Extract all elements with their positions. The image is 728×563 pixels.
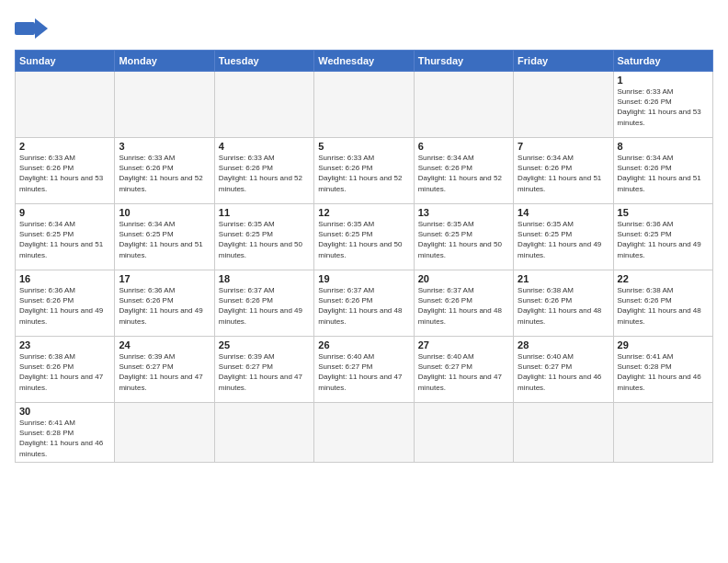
calendar-cell: 15Sunrise: 6:36 AMSunset: 6:25 PMDayligh… <box>613 204 712 270</box>
day-number: 27 <box>418 339 509 350</box>
calendar-header-row: SundayMondayTuesdayWednesdayThursdayFrid… <box>16 51 713 72</box>
calendar-week-row: 9Sunrise: 6:34 AMSunset: 6:25 PMDaylight… <box>16 204 713 270</box>
day-number: 23 <box>19 339 110 350</box>
day-number: 16 <box>19 273 110 284</box>
calendar-cell <box>314 403 414 463</box>
day-info: Sunrise: 6:34 AMSunset: 6:25 PMDaylight:… <box>19 219 110 260</box>
calendar-cell: 4Sunrise: 6:33 AMSunset: 6:26 PMDaylight… <box>214 138 313 204</box>
calendar-cell: 3Sunrise: 6:33 AMSunset: 6:26 PMDaylight… <box>115 138 214 204</box>
calendar-cell: 26Sunrise: 6:40 AMSunset: 6:27 PMDayligh… <box>314 337 414 403</box>
svg-marker-1 <box>35 18 48 39</box>
day-info: Sunrise: 6:39 AMSunset: 6:27 PMDaylight:… <box>219 351 310 393</box>
day-number: 25 <box>219 339 310 350</box>
day-info: Sunrise: 6:33 AMSunset: 6:26 PMDaylight:… <box>318 153 409 194</box>
day-number: 3 <box>119 141 210 152</box>
calendar-cell <box>214 403 313 463</box>
day-info: Sunrise: 6:33 AMSunset: 6:26 PMDaylight:… <box>19 153 110 194</box>
calendar-cell: 17Sunrise: 6:36 AMSunset: 6:26 PMDayligh… <box>115 270 214 337</box>
day-info: Sunrise: 6:40 AMSunset: 6:27 PMDaylight:… <box>418 351 509 393</box>
day-number: 5 <box>318 141 409 152</box>
calendar-cell: 12Sunrise: 6:35 AMSunset: 6:25 PMDayligh… <box>314 204 414 270</box>
calendar-cell: 20Sunrise: 6:37 AMSunset: 6:26 PMDayligh… <box>414 270 513 337</box>
day-number: 22 <box>618 273 709 284</box>
logo <box>15 15 51 42</box>
day-info: Sunrise: 6:40 AMSunset: 6:27 PMDaylight:… <box>318 351 409 393</box>
calendar-cell: 27Sunrise: 6:40 AMSunset: 6:27 PMDayligh… <box>414 337 513 403</box>
day-info: Sunrise: 6:38 AMSunset: 6:26 PMDaylight:… <box>518 285 609 327</box>
calendar-week-row: 30Sunrise: 6:41 AMSunset: 6:28 PMDayligh… <box>16 403 713 463</box>
header <box>15 15 713 42</box>
day-info: Sunrise: 6:36 AMSunset: 6:26 PMDaylight:… <box>119 285 210 327</box>
day-info: Sunrise: 6:33 AMSunset: 6:26 PMDaylight:… <box>219 153 310 194</box>
calendar-cell <box>414 72 513 138</box>
day-info: Sunrise: 6:35 AMSunset: 6:25 PMDaylight:… <box>219 219 310 260</box>
day-info: Sunrise: 6:37 AMSunset: 6:26 PMDaylight:… <box>418 285 509 327</box>
calendar-cell <box>115 403 214 463</box>
day-info: Sunrise: 6:41 AMSunset: 6:28 PMDaylight:… <box>19 418 110 459</box>
calendar-cell: 16Sunrise: 6:36 AMSunset: 6:26 PMDayligh… <box>16 270 115 337</box>
header-day-thursday: Thursday <box>414 51 513 72</box>
day-info: Sunrise: 6:36 AMSunset: 6:25 PMDaylight:… <box>618 219 709 260</box>
header-day-wednesday: Wednesday <box>314 51 414 72</box>
calendar-week-row: 23Sunrise: 6:38 AMSunset: 6:26 PMDayligh… <box>16 337 713 403</box>
day-number: 21 <box>518 273 609 284</box>
day-number: 30 <box>19 406 110 417</box>
calendar-week-row: 1Sunrise: 6:33 AMSunset: 6:26 PMDaylight… <box>16 72 713 138</box>
page: SundayMondayTuesdayWednesdayThursdayFrid… <box>0 0 728 563</box>
header-day-monday: Monday <box>115 51 214 72</box>
calendar-cell: 29Sunrise: 6:41 AMSunset: 6:28 PMDayligh… <box>613 337 712 403</box>
calendar-cell <box>414 403 513 463</box>
calendar-cell: 6Sunrise: 6:34 AMSunset: 6:26 PMDaylight… <box>414 138 513 204</box>
day-info: Sunrise: 6:38 AMSunset: 6:26 PMDaylight:… <box>618 285 709 327</box>
calendar-cell <box>16 72 115 138</box>
day-number: 12 <box>318 207 409 218</box>
calendar-cell: 19Sunrise: 6:37 AMSunset: 6:26 PMDayligh… <box>314 270 414 337</box>
day-info: Sunrise: 6:35 AMSunset: 6:25 PMDaylight:… <box>418 219 509 260</box>
calendar-cell: 5Sunrise: 6:33 AMSunset: 6:26 PMDaylight… <box>314 138 414 204</box>
day-info: Sunrise: 6:36 AMSunset: 6:26 PMDaylight:… <box>19 285 110 327</box>
day-number: 14 <box>518 207 609 218</box>
day-info: Sunrise: 6:35 AMSunset: 6:25 PMDaylight:… <box>318 219 409 260</box>
day-info: Sunrise: 6:33 AMSunset: 6:26 PMDaylight:… <box>618 86 709 128</box>
day-info: Sunrise: 6:34 AMSunset: 6:26 PMDaylight:… <box>418 153 509 194</box>
calendar-cell <box>214 72 313 138</box>
calendar-cell: 9Sunrise: 6:34 AMSunset: 6:25 PMDaylight… <box>16 204 115 270</box>
header-day-saturday: Saturday <box>613 51 712 72</box>
day-info: Sunrise: 6:37 AMSunset: 6:26 PMDaylight:… <box>318 285 409 327</box>
day-number: 7 <box>518 141 609 152</box>
calendar-cell: 28Sunrise: 6:40 AMSunset: 6:27 PMDayligh… <box>514 337 613 403</box>
calendar-cell: 8Sunrise: 6:34 AMSunset: 6:26 PMDaylight… <box>613 138 712 204</box>
day-info: Sunrise: 6:34 AMSunset: 6:26 PMDaylight:… <box>518 153 609 194</box>
calendar-cell: 24Sunrise: 6:39 AMSunset: 6:27 PMDayligh… <box>115 337 214 403</box>
day-number: 29 <box>618 339 709 350</box>
calendar-cell <box>514 72 613 138</box>
day-number: 11 <box>219 207 310 218</box>
calendar-cell: 30Sunrise: 6:41 AMSunset: 6:28 PMDayligh… <box>16 403 115 463</box>
calendar-cell: 22Sunrise: 6:38 AMSunset: 6:26 PMDayligh… <box>613 270 712 337</box>
day-number: 6 <box>418 141 509 152</box>
day-number: 24 <box>119 339 210 350</box>
calendar-cell: 18Sunrise: 6:37 AMSunset: 6:26 PMDayligh… <box>214 270 313 337</box>
day-info: Sunrise: 6:39 AMSunset: 6:27 PMDaylight:… <box>119 351 210 393</box>
svg-rect-0 <box>15 22 35 35</box>
header-day-sunday: Sunday <box>16 51 115 72</box>
day-number: 15 <box>618 207 709 218</box>
calendar-cell: 23Sunrise: 6:38 AMSunset: 6:26 PMDayligh… <box>16 337 115 403</box>
header-day-friday: Friday <box>514 51 613 72</box>
day-number: 9 <box>19 207 110 218</box>
calendar-cell: 21Sunrise: 6:38 AMSunset: 6:26 PMDayligh… <box>514 270 613 337</box>
day-number: 10 <box>119 207 210 218</box>
day-number: 13 <box>418 207 509 218</box>
calendar-cell: 1Sunrise: 6:33 AMSunset: 6:26 PMDaylight… <box>613 72 712 138</box>
calendar-cell: 13Sunrise: 6:35 AMSunset: 6:25 PMDayligh… <box>414 204 513 270</box>
calendar-cell: 7Sunrise: 6:34 AMSunset: 6:26 PMDaylight… <box>514 138 613 204</box>
day-number: 18 <box>219 273 310 284</box>
day-number: 17 <box>119 273 210 284</box>
day-info: Sunrise: 6:41 AMSunset: 6:28 PMDaylight:… <box>618 351 709 393</box>
calendar-table: SundayMondayTuesdayWednesdayThursdayFrid… <box>15 50 713 463</box>
day-number: 26 <box>318 339 409 350</box>
day-info: Sunrise: 6:34 AMSunset: 6:25 PMDaylight:… <box>119 219 210 260</box>
day-info: Sunrise: 6:40 AMSunset: 6:27 PMDaylight:… <box>518 351 609 393</box>
day-info: Sunrise: 6:37 AMSunset: 6:26 PMDaylight:… <box>219 285 310 327</box>
calendar-week-row: 16Sunrise: 6:36 AMSunset: 6:26 PMDayligh… <box>16 270 713 337</box>
